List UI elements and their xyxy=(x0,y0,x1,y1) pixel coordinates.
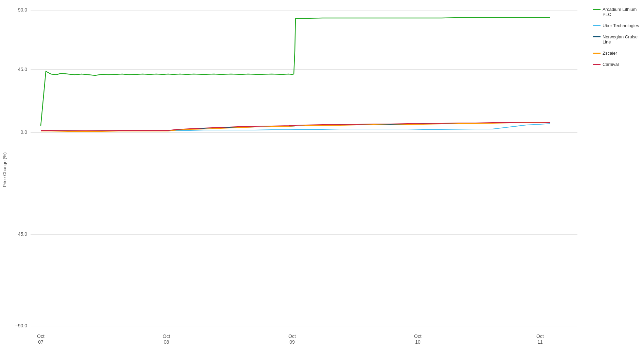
legend-item-arcadium: Arcadium Lithium PLC xyxy=(593,7,641,17)
svg-text:Oct: Oct xyxy=(414,333,422,339)
legend-item-zscaler: Zscaler xyxy=(593,51,641,56)
legend-label-norwegian: Norwegian Cruise Line xyxy=(603,34,641,44)
legend-line-norwegian xyxy=(593,36,601,37)
legend-line-arcadium xyxy=(593,9,601,10)
svg-text:45.0: 45.0 xyxy=(18,67,27,72)
chart-container: 90.0 45.0 0.0 −45.0 −90.0 Oct 07 Oct 08 … xyxy=(0,0,644,362)
svg-text:−45.0: −45.0 xyxy=(15,231,28,237)
svg-text:10: 10 xyxy=(415,339,421,345)
legend-label-uber: Uber Technologies xyxy=(603,23,639,28)
legend-item-uber: Uber Technologies xyxy=(593,23,641,28)
svg-text:09: 09 xyxy=(289,339,295,345)
legend-label-arcadium: Arcadium Lithium PLC xyxy=(603,7,641,17)
legend-item-carnival: Carnival xyxy=(593,62,641,67)
svg-text:08: 08 xyxy=(164,339,169,345)
legend-line-zscaler xyxy=(593,53,601,54)
chart-legend: Arcadium Lithium PLC Uber Technologies N… xyxy=(593,7,641,67)
legend-item-norwegian: Norwegian Cruise Line xyxy=(593,34,641,44)
legend-line-carnival xyxy=(593,64,601,65)
svg-text:Oct: Oct xyxy=(536,333,544,339)
svg-text:Price Change (%): Price Change (%) xyxy=(2,152,7,187)
legend-label-carnival: Carnival xyxy=(603,62,619,67)
svg-text:Oct: Oct xyxy=(288,333,296,339)
svg-text:Oct: Oct xyxy=(163,333,170,339)
svg-text:0.0: 0.0 xyxy=(21,129,28,135)
legend-label-zscaler: Zscaler xyxy=(603,51,617,56)
legend-line-uber xyxy=(593,25,601,26)
svg-text:07: 07 xyxy=(38,339,43,345)
svg-text:Oct: Oct xyxy=(37,333,44,339)
chart-svg: 90.0 45.0 0.0 −45.0 −90.0 Oct 07 Oct 08 … xyxy=(0,0,644,362)
svg-text:90.0: 90.0 xyxy=(18,7,27,13)
svg-text:−90.0: −90.0 xyxy=(15,323,28,328)
svg-text:11: 11 xyxy=(537,339,543,345)
uber-line xyxy=(41,124,550,131)
arcadium-line xyxy=(41,18,550,126)
